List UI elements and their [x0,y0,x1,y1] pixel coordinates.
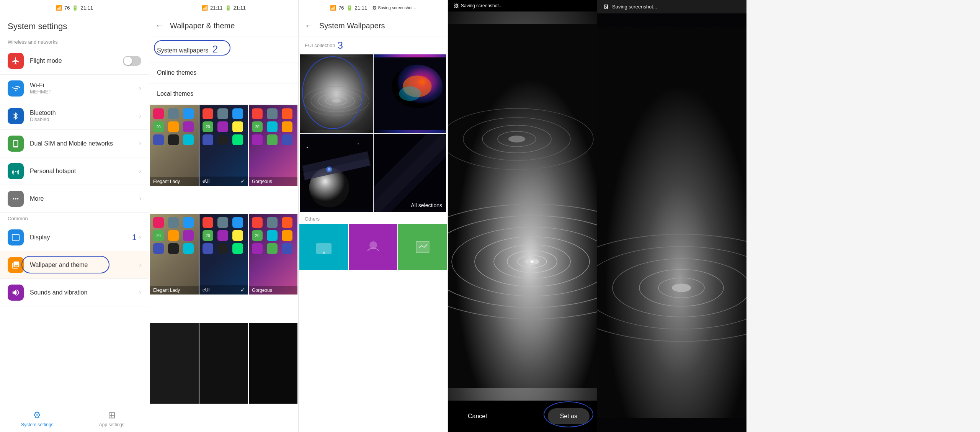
flight-mode-content: Flight mode [30,57,123,64]
wifi-signal-icon: 📶 [56,5,62,11]
online-themes-label: Online themes [157,69,196,76]
screenshot-dark-bg [597,13,746,432]
clock-2: 21:11 [234,5,246,11]
svg-point-14 [307,147,308,148]
elegant1-label: Elegant Lady [153,179,180,184]
wallpaper-ripple[interactable] [300,54,373,133]
settings-item-display[interactable]: Display 1 › [0,224,149,251]
back-button-2[interactable]: ← [155,21,164,31]
svg-point-41 [508,136,525,142]
section-common: Common [0,213,149,224]
flight-mode-icon [8,53,24,69]
bluetooth-icon [8,108,24,124]
settings-item-bluetooth[interactable]: Bluetooth Disabled › [0,102,149,130]
settings-item-hotspot[interactable]: Personal hotspot › [0,157,149,185]
theme-elegant-1[interactable]: 20 Elegant Lady [150,105,199,186]
gorgeous1-label: Gorgeous [252,179,272,184]
svg-rect-26 [416,241,429,253]
wifi-icon-2: 📶 [202,5,208,11]
themes-grid: 20 Elegant Lady 20 [149,105,298,432]
wifi-sublabel: MEHMET [30,89,139,95]
flight-mode-toggle[interactable] [123,56,141,66]
page-title: System settings [0,15,149,36]
theme-elegant-2[interactable]: 20 Elegant Lady [150,214,199,295]
bluetooth-label: Bluetooth [30,110,139,116]
theme-dark-3[interactable] [249,323,297,404]
others-section: Others [299,212,448,224]
system-wallpapers-title: System Wallpapers [319,21,385,30]
dual-sim-icon [8,136,24,152]
theme-gorgeous-1[interactable]: 20 Gorgeous [249,105,297,186]
nav-app-settings[interactable]: ⊞ App settings [75,405,149,432]
wifi-arrow: › [139,84,141,92]
settings-item-more[interactable]: More › [0,185,149,213]
dual-sim-label: Dual SIM and Mobile networks [30,140,139,147]
hotspot-arrow: › [139,167,141,175]
system-settings-nav-icon: ⚙ [33,410,41,421]
saving-text-preview: Saving screenshot... [461,3,503,8]
wallpaper-grid-container: All selections [299,54,448,212]
preview-actions: Cancel Set as [448,401,597,432]
color-swatches [299,224,448,270]
hotspot-icon [8,163,24,179]
color-purple[interactable] [349,224,397,270]
theme-eui-1[interactable]: 20 eUI ✓ [199,105,248,186]
signal-strength: 76 [64,5,70,11]
nav-system-settings[interactable]: ⚙ System settings [0,405,75,432]
set-as-button[interactable]: Set as [548,408,590,424]
battery-icon: 🔋 [72,5,78,11]
wallpaper-content: Wallpaper and theme [30,262,139,268]
wallpaper-panel-header: ← Wallpaper & theme [149,15,298,36]
all-selections-overlay: All selections [374,134,446,212]
settings-item-wifi[interactable]: Wi-Fi MEHMET › [0,75,149,102]
signal-2: 21:11 [210,5,223,11]
wifi-icon-3: 📶 [330,5,336,11]
settings-item-flight-mode[interactable]: Flight mode [0,47,149,75]
menu-item-system-wallpapers[interactable]: System wallpapers 2 [149,36,298,62]
wallpaper-planet[interactable] [300,134,373,212]
wallpaper-theme-panel: 📶 21:11 🔋 21:11 ← Wallpaper & theme Syst… [149,0,299,432]
system-wallpapers-panel: 📶 76 🔋 21:11 🖼 Saving screenshot... ← Sy… [299,0,448,432]
dual-sim-arrow: › [139,139,141,147]
bluetooth-sublabel: Disabled [30,116,139,122]
theme-eui-2[interactable]: 20 eUI ✓ [199,214,248,295]
battery-2: 🔋 [225,5,231,11]
display-content: Display [30,234,132,241]
settings-item-wallpaper[interactable]: Wallpaper and theme › [0,251,149,279]
theme-dark-1[interactable] [150,323,199,404]
wallpaper-all-selections[interactable]: All selections [374,134,446,212]
system-wallpapers-header: ← System Wallpapers [299,15,448,36]
color-teal[interactable] [299,224,348,270]
status-bar-1: 📶 76 🔋 21:11 [0,0,149,15]
menu-item-online-themes[interactable]: Online themes [149,62,298,83]
annotation-2: 2 [212,43,218,55]
saving-text-5: Saving screenshot... [612,4,657,10]
elegant2-label: Elegant Lady [153,288,180,293]
clock-3: 21:11 [355,5,368,11]
annotation-1: 1 [132,232,137,242]
settings-item-sounds[interactable]: Sounds and vibration › [0,279,149,306]
svg-rect-27 [448,24,597,388]
cancel-button[interactable]: Cancel [456,408,499,424]
back-button-3[interactable]: ← [305,21,313,31]
bottom-nav: ⚙ System settings ⊞ App settings [0,405,149,432]
menu-item-local-themes[interactable]: Local themes [149,83,298,105]
all-selections-text: All selections [411,202,442,208]
nav-system-label: System settings [21,422,54,427]
wallpaper-icon [8,257,24,273]
wallpaper-grid: All selections [299,54,447,212]
dual-sim-content: Dual SIM and Mobile networks [30,140,139,147]
eui-collection-label: EUI collection [305,43,335,48]
wallpaper-nebula[interactable] [374,54,446,133]
color-green[interactable] [398,224,447,270]
settings-item-dual-sim[interactable]: Dual SIM and Mobile networks › [0,130,149,157]
more-arrow: › [139,195,141,203]
status-bar-2: 📶 21:11 🔋 21:11 [149,0,298,15]
svg-rect-42 [597,28,746,418]
status-bar-3: 📶 76 🔋 21:11 🖼 Saving screenshot... [299,0,448,15]
theme-gorgeous-2[interactable]: 20 Gorgeous [249,214,297,295]
battery-3: 🔋 [346,5,353,11]
theme-dark-2[interactable] [199,323,248,404]
section-wireless: Wireless and networks [0,36,149,47]
eui2-label: eUI [203,287,210,293]
